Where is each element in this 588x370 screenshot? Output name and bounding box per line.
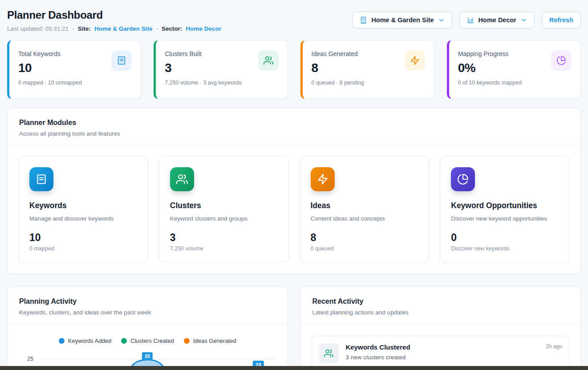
module-card-clusters[interactable]: Clusters Keyword clusters and groups 3 7… — [159, 156, 289, 263]
planning-activity-subtitle: Keywords, clusters, and ideas over the p… — [19, 309, 276, 316]
stat-card-clusters-built: Clusters Built 3 7,250 volume · 3 avg ke… — [154, 40, 288, 99]
module-count: 10 — [29, 232, 137, 244]
module-count: 3 — [170, 232, 278, 244]
file-text-icon — [29, 167, 53, 191]
meta-separator: · — [72, 25, 74, 32]
stat-subtext: 7,250 volume · 3 avg keywords — [165, 80, 278, 86]
recent-activity-list: Keywords Clustered 2h ago 3 new clusters… — [301, 324, 581, 370]
module-subtext: Discover new keywords — [451, 245, 559, 252]
legend-label: Keywords Added — [68, 338, 112, 344]
module-subtext: 0 mapped — [29, 245, 137, 252]
stat-subtext: 0 of 10 keywords mapped — [458, 80, 572, 86]
module-title: Ideas — [311, 201, 418, 210]
activity-item-keywords-clustered[interactable]: Keywords Clustered 2h ago 3 new clusters… — [312, 336, 570, 370]
legend-item-ideas-generated[interactable]: Ideas Generated — [184, 338, 236, 344]
modules-panel-title: Planner Modules — [19, 119, 569, 127]
chevron-down-icon — [520, 17, 527, 24]
sector-link[interactable]: Home Decor — [186, 25, 221, 32]
bar-chart-icon — [467, 16, 474, 24]
planning-activity-card: Planning Activity Keywords, clusters, an… — [7, 286, 288, 370]
modules-panel-subtitle: Access all planning tools and features — [19, 130, 569, 137]
module-card-ideas[interactable]: Ideas Content ideas and concepts 8 0 que… — [300, 156, 430, 263]
module-description: Content ideas and concepts — [311, 215, 418, 222]
module-title: Keyword Opportunities — [451, 201, 559, 210]
module-title: Keywords — [29, 201, 137, 210]
last-updated-text: Last updated: 05:31:21 — [7, 25, 69, 32]
activity-item-description: 3 new clusters created — [346, 354, 563, 361]
stats-row: Total Keywords 10 0 mapped · 10 unmapped… — [7, 40, 581, 99]
header-controls: Home & Garden Site Home Decor Refresh — [352, 12, 581, 28]
legend-dot — [184, 338, 190, 344]
stat-subtext: 0 mapped · 10 unmapped — [18, 80, 132, 86]
users-icon — [258, 50, 279, 71]
legend-dot — [121, 338, 127, 344]
module-subtext: 0 queued — [311, 245, 418, 252]
planning-activity-title: Planning Activity — [19, 298, 276, 306]
activity-chart: Keywords Added Clusters Created Ideas Ge… — [8, 324, 288, 370]
recent-activity-subtitle: Latest planning actions and updates — [312, 309, 569, 316]
modules-panel-header: Planner Modules Access all planning tool… — [8, 108, 580, 145]
screen-bottom-edge-bar — [0, 366, 588, 370]
recent-activity-header: Recent Activity Latest planning actions … — [301, 287, 581, 324]
recent-activity-card: Recent Activity Latest planning actions … — [300, 286, 581, 370]
site-label: Site: — [78, 25, 91, 32]
chevron-down-icon — [438, 17, 445, 24]
legend-label: Ideas Generated — [193, 338, 236, 344]
planner-dashboard-page: Planner Dashboard Last updated: 05:31:21… — [0, 0, 588, 370]
stat-subtext: 0 queued · 8 pending — [312, 80, 425, 86]
planning-activity-header: Planning Activity Keywords, clusters, an… — [8, 287, 288, 324]
recent-activity-title: Recent Activity — [312, 298, 569, 306]
bottom-row: Planning Activity Keywords, clusters, an… — [7, 286, 581, 370]
building-icon — [360, 16, 367, 24]
users-icon — [319, 343, 339, 363]
activity-item-content: Keywords Clustered 2h ago 3 new clusters… — [346, 343, 563, 361]
module-subtext: 7,250 volume — [170, 245, 278, 252]
site-selector-value: Home & Garden Site — [371, 16, 434, 24]
sector-selector-value: Home Decor — [479, 16, 516, 24]
page-title: Planner Dashboard — [7, 9, 221, 21]
module-title: Clusters — [170, 201, 278, 210]
module-card-keyword-opportunities[interactable]: Keyword Opportunities Discover new keywo… — [440, 156, 570, 263]
stat-card-total-keywords: Total Keywords 10 0 mapped · 10 unmapped — [7, 40, 141, 99]
pie-chart-icon — [451, 167, 475, 191]
module-description: Keyword clusters and groups — [170, 215, 278, 222]
file-text-icon — [111, 50, 132, 71]
refresh-button[interactable]: Refresh — [542, 12, 581, 28]
module-count: 0 — [451, 232, 559, 244]
zap-icon — [405, 50, 425, 71]
legend-item-keywords-added[interactable]: Keywords Added — [59, 338, 112, 344]
chart-legend: Keywords Added Clusters Created Ideas Ge… — [18, 338, 277, 344]
module-count: 8 — [311, 232, 418, 244]
module-card-keywords[interactable]: Keywords Manage and discover keywords 10… — [18, 156, 148, 263]
activity-item-title: Keywords Clustered — [346, 343, 410, 351]
pie-chart-icon — [551, 50, 572, 71]
activity-item-timestamp: 2h ago — [546, 343, 562, 350]
page-header: Planner Dashboard Last updated: 05:31:21… — [7, 9, 581, 32]
sector-label: Sector: — [162, 25, 182, 32]
module-description: Manage and discover keywords — [29, 215, 137, 222]
chart-point-label: 25 — [142, 352, 153, 360]
site-selector-dropdown[interactable]: Home & Garden Site — [352, 12, 452, 28]
legend-label: Clusters Created — [130, 338, 174, 344]
modules-grid: Keywords Manage and discover keywords 10… — [8, 145, 580, 273]
legend-dot — [59, 338, 65, 344]
header-meta: Last updated: 05:31:21 · Site: Home & Ga… — [7, 25, 221, 32]
planner-modules-panel: Planner Modules Access all planning tool… — [7, 108, 581, 274]
legend-item-clusters-created[interactable]: Clusters Created — [121, 338, 174, 344]
meta-separator: · — [156, 25, 158, 32]
module-description: Discover new keyword opportunities — [451, 215, 559, 222]
site-link[interactable]: Home & Garden Site — [94, 25, 153, 32]
y-axis-tick: 25 — [18, 356, 33, 362]
users-icon — [170, 167, 194, 191]
sector-selector-dropdown[interactable]: Home Decor — [459, 12, 535, 28]
header-titles: Planner Dashboard Last updated: 05:31:21… — [7, 9, 221, 32]
stat-card-ideas-generated: Ideas Generated 8 0 queued · 8 pending — [300, 40, 434, 99]
stat-card-mapping-progress: Mapping Progress 0% 0 of 10 keywords map… — [447, 40, 581, 99]
zap-icon — [311, 167, 335, 191]
